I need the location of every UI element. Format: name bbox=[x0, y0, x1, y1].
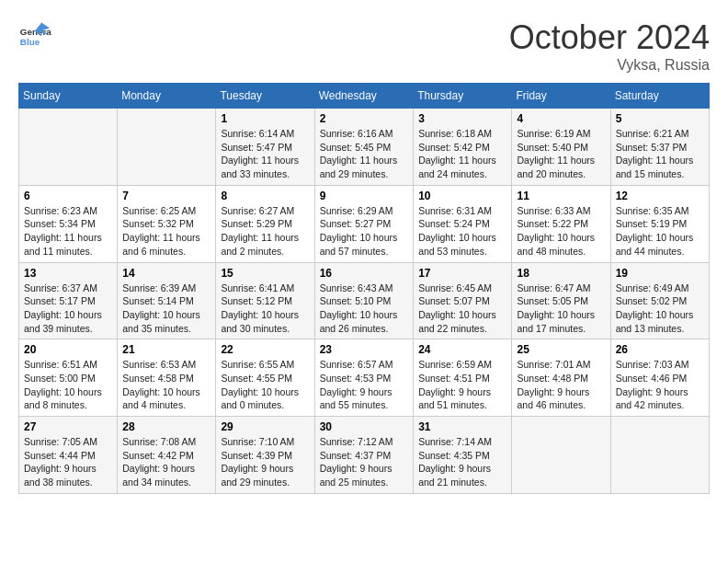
day-number: 12 bbox=[616, 190, 704, 202]
day-cell-4: 4Sunrise: 6:19 AM Sunset: 5:40 PM Daylig… bbox=[512, 109, 610, 186]
day-info: Sunrise: 7:14 AM Sunset: 4:35 PM Dayligh… bbox=[418, 435, 506, 489]
svg-text:Blue: Blue bbox=[20, 37, 40, 47]
logo-icon: General Blue bbox=[18, 18, 51, 52]
day-number: 10 bbox=[418, 190, 506, 202]
day-cell-29: 29Sunrise: 7:10 AM Sunset: 4:39 PM Dayli… bbox=[216, 417, 314, 494]
day-cell-27: 27Sunrise: 7:05 AM Sunset: 4:44 PM Dayli… bbox=[19, 417, 118, 494]
day-cell-25: 25Sunrise: 7:01 AM Sunset: 4:48 PM Dayli… bbox=[512, 339, 610, 417]
day-cell-13: 13Sunrise: 6:37 AM Sunset: 5:17 PM Dayli… bbox=[19, 262, 118, 339]
day-number: 20 bbox=[24, 343, 112, 356]
week-row-1: 1Sunrise: 6:14 AM Sunset: 5:47 PM Daylig… bbox=[19, 109, 710, 186]
day-number: 6 bbox=[24, 190, 112, 202]
day-number: 30 bbox=[320, 420, 408, 433]
empty-cell bbox=[118, 109, 216, 186]
day-number: 22 bbox=[221, 343, 309, 356]
day-info: Sunrise: 6:57 AM Sunset: 4:53 PM Dayligh… bbox=[320, 358, 408, 412]
day-info: Sunrise: 6:14 AM Sunset: 5:47 PM Dayligh… bbox=[221, 127, 309, 181]
day-number: 3 bbox=[418, 112, 506, 125]
day-number: 23 bbox=[320, 343, 408, 356]
day-number: 11 bbox=[517, 190, 605, 202]
day-info: Sunrise: 6:59 AM Sunset: 4:51 PM Dayligh… bbox=[418, 358, 506, 412]
day-number: 16 bbox=[320, 267, 408, 280]
day-cell-7: 7Sunrise: 6:25 AM Sunset: 5:32 PM Daylig… bbox=[118, 185, 216, 262]
day-info: Sunrise: 6:53 AM Sunset: 4:58 PM Dayligh… bbox=[122, 358, 210, 412]
day-cell-26: 26Sunrise: 7:03 AM Sunset: 4:46 PM Dayli… bbox=[610, 339, 709, 417]
day-info: Sunrise: 6:31 AM Sunset: 5:24 PM Dayligh… bbox=[418, 204, 506, 259]
day-info: Sunrise: 7:03 AM Sunset: 4:46 PM Dayligh… bbox=[616, 358, 704, 412]
day-number: 9 bbox=[320, 190, 408, 202]
page-header: General Blue October 2024 Vyksa, Russia bbox=[18, 18, 710, 74]
day-number: 2 bbox=[320, 112, 408, 125]
day-cell-24: 24Sunrise: 6:59 AM Sunset: 4:51 PM Dayli… bbox=[414, 339, 512, 417]
day-info: Sunrise: 6:29 AM Sunset: 5:27 PM Dayligh… bbox=[320, 204, 408, 259]
day-cell-10: 10Sunrise: 6:31 AM Sunset: 5:24 PM Dayli… bbox=[414, 185, 512, 262]
day-number: 24 bbox=[418, 343, 506, 356]
day-cell-15: 15Sunrise: 6:41 AM Sunset: 5:12 PM Dayli… bbox=[216, 262, 314, 339]
day-header-saturday: Saturday bbox=[610, 84, 709, 109]
day-info: Sunrise: 6:47 AM Sunset: 5:05 PM Dayligh… bbox=[517, 282, 605, 336]
day-cell-3: 3Sunrise: 6:18 AM Sunset: 5:42 PM Daylig… bbox=[414, 109, 512, 186]
day-number: 31 bbox=[418, 420, 506, 433]
day-info: Sunrise: 7:05 AM Sunset: 4:44 PM Dayligh… bbox=[24, 435, 112, 489]
day-info: Sunrise: 6:51 AM Sunset: 5:00 PM Dayligh… bbox=[24, 358, 112, 412]
calendar-table: SundayMondayTuesdayWednesdayThursdayFrid… bbox=[18, 83, 710, 494]
day-info: Sunrise: 7:10 AM Sunset: 4:39 PM Dayligh… bbox=[221, 435, 309, 489]
day-info: Sunrise: 6:55 AM Sunset: 4:55 PM Dayligh… bbox=[221, 358, 309, 412]
day-number: 15 bbox=[221, 267, 309, 280]
day-info: Sunrise: 7:08 AM Sunset: 4:42 PM Dayligh… bbox=[122, 435, 210, 489]
day-cell-18: 18Sunrise: 6:47 AM Sunset: 5:05 PM Dayli… bbox=[512, 262, 610, 339]
day-number: 1 bbox=[221, 112, 309, 125]
day-number: 26 bbox=[616, 343, 704, 356]
day-header-sunday: Sunday bbox=[19, 84, 118, 109]
day-number: 29 bbox=[221, 420, 309, 433]
day-number: 27 bbox=[24, 420, 112, 433]
day-info: Sunrise: 6:41 AM Sunset: 5:12 PM Dayligh… bbox=[221, 282, 309, 336]
day-cell-31: 31Sunrise: 7:14 AM Sunset: 4:35 PM Dayli… bbox=[414, 417, 512, 494]
week-row-2: 6Sunrise: 6:23 AM Sunset: 5:34 PM Daylig… bbox=[19, 185, 710, 262]
day-number: 4 bbox=[517, 112, 605, 125]
day-info: Sunrise: 6:23 AM Sunset: 5:34 PM Dayligh… bbox=[24, 204, 112, 259]
day-number: 28 bbox=[122, 420, 210, 433]
day-cell-28: 28Sunrise: 7:08 AM Sunset: 4:42 PM Dayli… bbox=[118, 417, 216, 494]
empty-cell bbox=[512, 417, 610, 494]
title-block: October 2024 Vyksa, Russia bbox=[509, 18, 710, 74]
day-header-monday: Monday bbox=[118, 84, 216, 109]
day-info: Sunrise: 7:01 AM Sunset: 4:48 PM Dayligh… bbox=[517, 358, 605, 412]
week-row-3: 13Sunrise: 6:37 AM Sunset: 5:17 PM Dayli… bbox=[19, 262, 710, 339]
day-info: Sunrise: 6:27 AM Sunset: 5:29 PM Dayligh… bbox=[221, 204, 309, 259]
week-row-5: 27Sunrise: 7:05 AM Sunset: 4:44 PM Dayli… bbox=[19, 417, 710, 494]
day-number: 8 bbox=[221, 190, 309, 202]
day-number: 7 bbox=[122, 190, 210, 202]
logo: General Blue bbox=[18, 18, 51, 52]
day-info: Sunrise: 6:19 AM Sunset: 5:40 PM Dayligh… bbox=[517, 127, 605, 181]
day-info: Sunrise: 7:12 AM Sunset: 4:37 PM Dayligh… bbox=[320, 435, 408, 489]
day-info: Sunrise: 6:35 AM Sunset: 5:19 PM Dayligh… bbox=[616, 204, 704, 259]
day-cell-16: 16Sunrise: 6:43 AM Sunset: 5:10 PM Dayli… bbox=[314, 262, 413, 339]
empty-cell bbox=[610, 417, 709, 494]
day-cell-23: 23Sunrise: 6:57 AM Sunset: 4:53 PM Dayli… bbox=[314, 339, 413, 417]
day-cell-5: 5Sunrise: 6:21 AM Sunset: 5:37 PM Daylig… bbox=[610, 109, 709, 186]
day-number: 17 bbox=[418, 267, 506, 280]
day-cell-21: 21Sunrise: 6:53 AM Sunset: 4:58 PM Dayli… bbox=[118, 339, 216, 417]
day-info: Sunrise: 6:37 AM Sunset: 5:17 PM Dayligh… bbox=[24, 282, 112, 336]
day-number: 13 bbox=[24, 267, 112, 280]
day-info: Sunrise: 6:25 AM Sunset: 5:32 PM Dayligh… bbox=[122, 204, 210, 259]
calendar-header-row: SundayMondayTuesdayWednesdayThursdayFrid… bbox=[19, 84, 710, 109]
day-cell-12: 12Sunrise: 6:35 AM Sunset: 5:19 PM Dayli… bbox=[610, 185, 709, 262]
day-cell-30: 30Sunrise: 7:12 AM Sunset: 4:37 PM Dayli… bbox=[314, 417, 413, 494]
day-info: Sunrise: 6:18 AM Sunset: 5:42 PM Dayligh… bbox=[418, 127, 506, 181]
day-header-wednesday: Wednesday bbox=[314, 84, 413, 109]
day-info: Sunrise: 6:49 AM Sunset: 5:02 PM Dayligh… bbox=[616, 282, 704, 336]
day-number: 18 bbox=[517, 267, 605, 280]
day-cell-1: 1Sunrise: 6:14 AM Sunset: 5:47 PM Daylig… bbox=[216, 109, 314, 186]
day-cell-9: 9Sunrise: 6:29 AM Sunset: 5:27 PM Daylig… bbox=[314, 185, 413, 262]
day-header-friday: Friday bbox=[512, 84, 610, 109]
day-number: 21 bbox=[122, 343, 210, 356]
day-cell-14: 14Sunrise: 6:39 AM Sunset: 5:14 PM Dayli… bbox=[118, 262, 216, 339]
day-cell-20: 20Sunrise: 6:51 AM Sunset: 5:00 PM Dayli… bbox=[19, 339, 118, 417]
day-info: Sunrise: 6:21 AM Sunset: 5:37 PM Dayligh… bbox=[616, 127, 704, 181]
day-number: 25 bbox=[517, 343, 605, 356]
day-info: Sunrise: 6:43 AM Sunset: 5:10 PM Dayligh… bbox=[320, 282, 408, 336]
day-cell-8: 8Sunrise: 6:27 AM Sunset: 5:29 PM Daylig… bbox=[216, 185, 314, 262]
month-title: October 2024 bbox=[509, 18, 710, 57]
